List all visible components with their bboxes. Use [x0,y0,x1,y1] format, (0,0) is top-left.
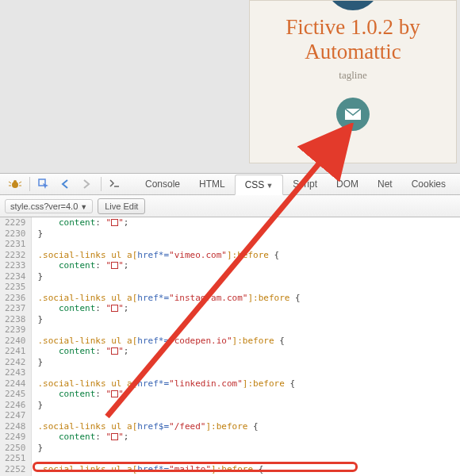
tab-net[interactable]: Net [368,175,402,194]
inspect-icon[interactable] [33,175,54,193]
social-mail-button[interactable] [336,98,370,131]
nav-back-icon[interactable] [55,175,75,193]
chevron-down-icon: ▼ [266,182,273,190]
devtools-toolbar: Console HTML CSS▼ Script DOM Net Cookies [0,173,460,195]
code-lines[interactable]: content: "";} .social-links ul a[href*="… [32,217,301,476]
tab-dom[interactable]: DOM [327,175,368,194]
console-icon[interactable] [105,175,125,193]
theme-preview-card: Fictive 1.0.2 by Automattic tagline [249,0,457,163]
tab-script[interactable]: Script [283,175,327,194]
mail-icon [345,109,361,120]
devtools-sub-toolbar: style.css?ver=4.0▼ Live Edit [0,195,460,217]
tab-cookies[interactable]: Cookies [402,175,455,194]
tab-console[interactable]: Console [136,175,190,194]
svg-point-2 [13,180,17,183]
code-viewer: 2229223022312232223322342235223622372238… [0,217,460,476]
tab-css[interactable]: CSS▼ [235,175,284,195]
bug-icon[interactable] [5,175,25,193]
svg-line-3 [9,182,11,183]
svg-line-5 [19,182,21,183]
avatar [326,1,380,10]
tab-html[interactable]: HTML [190,175,235,194]
devtools-panel: Console HTML CSS▼ Script DOM Net Cookies… [0,173,460,476]
live-edit-button[interactable]: Live Edit [98,198,145,214]
chevron-down-icon: ▼ [80,203,87,211]
site-title[interactable]: Fictive 1.0.2 by Automattic [250,15,456,64]
nav-forward-icon[interactable] [76,175,97,193]
file-select[interactable]: style.css?ver=4.0▼ [5,199,93,213]
site-tagline: tagline [250,69,456,82]
line-gutter: 2229223022312232223322342235223622372238… [0,217,32,476]
